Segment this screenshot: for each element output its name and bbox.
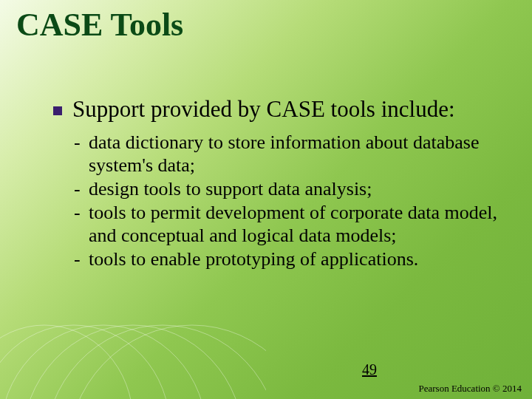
items-list: - data dictionary to store information a… [74,131,502,271]
svg-point-5 [66,325,266,399]
dash-icon: - [74,131,89,154]
dash-icon: - [74,177,89,201]
svg-point-2 [0,325,207,399]
copyright-text: Pearson Education © 2014 [419,383,522,395]
dash-icon: - [74,248,89,271]
list-item: - tools to enable prototyping of applica… [74,248,502,271]
list-item: - data dictionary to store information a… [74,131,502,177]
svg-point-0 [0,325,133,399]
lead-row: Support provided by CASE tools include: [53,96,502,123]
dash-icon: - [74,201,89,225]
slide: CASE Tools Support provided by CASE tool… [0,0,532,399]
svg-point-1 [0,325,170,399]
svg-point-3 [22,325,244,399]
item-text: data dictionary to store information abo… [89,131,502,177]
lead-text: Support provided by CASE tools include: [72,96,455,123]
decorative-arcs-icon [0,310,266,399]
item-text: tools to permit development of corporate… [89,201,502,248]
svg-point-4 [44,325,266,399]
content-block: Support provided by CASE tools include: … [53,96,502,271]
page-number: 49 [362,361,377,378]
item-text: tools to enable prototyping of applicati… [89,248,502,271]
slide-title: CASE Tools [16,6,183,44]
bullet-icon [53,106,62,115]
list-item: - tools to permit development of corpora… [74,201,502,248]
item-text: design tools to support data analysis; [89,177,502,201]
list-item: - design tools to support data analysis; [74,177,502,201]
